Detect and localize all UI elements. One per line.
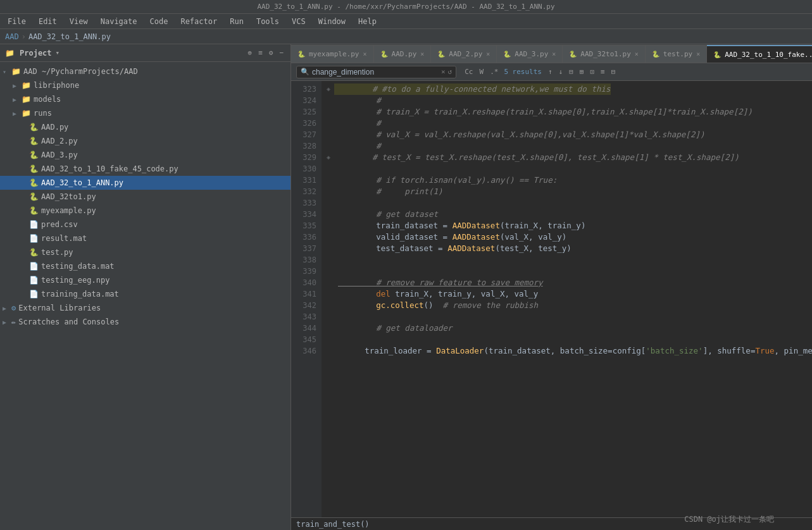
tab-icon-testpy: 🐍	[652, 51, 659, 58]
tree-item-testing-data[interactable]: ▶ 📄 testing_data.mat	[0, 259, 290, 273]
code-line-339	[327, 266, 807, 277]
sidebar-locate-btn[interactable]: ⊕	[246, 48, 254, 58]
tab-aad-ann[interactable]: 🐍 AAD_32_to_1_10_fake... ×	[707, 45, 812, 63]
watermark: CSDN @oj让我卡过一条吧	[684, 514, 774, 525]
sidebar-settings-btn[interactable]: ⚙	[267, 48, 275, 58]
py-icon-aad-ann: 🐍	[29, 178, 39, 187]
tab-icon-myexample: 🐍	[297, 51, 305, 58]
code-line-331: # if torch.isnan(val_y).any() == True:	[327, 175, 807, 186]
search-pin-btn[interactable]: ≡	[598, 67, 608, 77]
breadcrumb-separator: ›	[22, 32, 26, 41]
code-346: train_loader = DataLoader(train_dataset,…	[327, 345, 812, 357]
tab-myexample[interactable]: 🐍 myexample.py ×	[291, 45, 374, 63]
code-editor: 323 324 325 326 327 328 329 330 331 332 …	[291, 81, 812, 517]
search-regex-btn[interactable]: .*	[488, 67, 500, 77]
code-content[interactable]: ◈ # #to do a fully-connected network,we …	[322, 81, 812, 517]
menu-navigate[interactable]: Navigate	[98, 16, 140, 27]
project-folder-icon: 📁	[5, 49, 15, 58]
menu-file[interactable]: File	[5, 16, 28, 27]
tree-item-aad-root[interactable]: ▾ 📁 AAD ~/PycharmProjects/AAD	[0, 65, 290, 78]
tab-aad32to1[interactable]: 🐍 AAD_32to1.py ×	[563, 45, 646, 63]
func-text: train_and_test()	[296, 520, 370, 529]
code-line-326: #	[327, 118, 807, 129]
search-regex-icon[interactable]: ↺	[448, 68, 453, 76]
sidebar-collapse-btn[interactable]: ≡	[256, 48, 265, 58]
tab-testpy[interactable]: 🐍 test.py ×	[646, 45, 707, 63]
py-icon-test: 🐍	[29, 248, 39, 257]
tree-item-testing-eeg[interactable]: ▶ 📄 testing_eeg.npy	[0, 273, 290, 287]
code-line-341: del train_X, train_y, val_X, val_y	[327, 288, 807, 300]
breadcrumb-root[interactable]: AAD	[5, 32, 19, 41]
tab-close-aad2[interactable]: ×	[486, 51, 490, 58]
code-line-342: gc.collect() # remove the rubbish	[327, 300, 807, 311]
sidebar: 📁 Project ▾ ⊕ ≡ ⚙ − ▾ 📁 AAD ~/PycharmPro…	[0, 44, 291, 530]
breadcrumb: AAD › AAD_32_to_1_ANN.py	[0, 29, 812, 44]
tab-icon-aad3: 🐍	[503, 51, 511, 58]
tab-close-aad[interactable]: ×	[420, 51, 424, 58]
tree-item-aad3-py[interactable]: ▶ 🐍 AAD_3.py	[0, 148, 290, 162]
tree-item-myexample[interactable]: ▶ 🐍 myexample.py	[0, 204, 290, 218]
search-next-btn[interactable]: ↓	[556, 67, 566, 77]
tab-aad3[interactable]: 🐍 AAD_3.py ×	[497, 45, 563, 63]
tree-item-aad-fake[interactable]: ▶ 🐍 AAD_32_to_1_10_fake_45_code.py	[0, 162, 290, 176]
tab-close-testpy[interactable]: ×	[696, 51, 700, 58]
tree-item-test-py[interactable]: ▶ 🐍 test.py	[0, 245, 290, 259]
menu-refactor[interactable]: Refactor	[178, 16, 220, 27]
search-multi-btn[interactable]: ⊡	[587, 67, 597, 77]
menu-window[interactable]: Window	[316, 16, 348, 27]
tab-close-aad3[interactable]: ×	[552, 51, 556, 58]
code-line-334: # get dataset	[327, 209, 807, 220]
search-settings-btn[interactable]: ⊞	[577, 67, 587, 77]
tree-item-training-data[interactable]: ▶ 📄 training_data.mat	[0, 287, 290, 301]
tree-item-scratches[interactable]: ▶ ✏ Scratches and Consoles	[0, 315, 290, 329]
sidebar-dropdown-icon[interactable]: ▾	[56, 49, 60, 57]
menu-run[interactable]: Run	[227, 16, 246, 27]
search-filter-btn[interactable]: ⊟	[609, 67, 618, 77]
tree-item-models[interactable]: ▶ 📁 models	[0, 92, 290, 106]
search-input[interactable]	[312, 68, 439, 77]
code-line-345	[327, 334, 807, 345]
code-337: test_dataset = AADDataset(test_X, test_y…	[338, 243, 572, 254]
tree-item-aad32to1[interactable]: ▶ 🐍 AAD_32to1.py	[0, 190, 290, 204]
search-input-wrap[interactable]: 🔍 × ↺	[296, 66, 456, 78]
breadcrumb-file[interactable]: AAD_32_to_1_ANN.py	[28, 32, 111, 41]
py-icon-myexample: 🐍	[29, 206, 39, 215]
menu-tools[interactable]: Tools	[254, 16, 282, 27]
code-line-333	[327, 197, 807, 209]
lib-icon-ext: ⚙	[11, 304, 16, 312]
menu-code[interactable]: Code	[147, 16, 171, 27]
menu-help[interactable]: Help	[356, 16, 379, 27]
tree-item-pred-csv[interactable]: ▶ 📄 pred.csv	[0, 218, 290, 231]
tab-aad[interactable]: 🐍 AAD.py ×	[374, 45, 432, 63]
code-line-335: train_dataset = AADDataset(train_X, trai…	[327, 220, 807, 231]
tree-label-aad-ann: AAD_32_to_1_ANN.py	[41, 178, 123, 187]
py-icon-aad: 🐍	[29, 123, 39, 132]
sidebar-minimize-btn[interactable]: −	[277, 48, 285, 58]
tree-item-aad-ann[interactable]: ▶ 🐍 AAD_32_to_1_ANN.py	[0, 176, 290, 190]
tree-label-scratches: Scratches and Consoles	[18, 317, 119, 326]
menu-edit[interactable]: Edit	[36, 16, 59, 27]
file-icon-pred: 📄	[29, 220, 39, 229]
search-clear-icon[interactable]: ×	[441, 68, 446, 76]
tree-label-testing-eeg: testing_eeg.npy	[41, 276, 109, 285]
tree-item-ext-libs[interactable]: ▶ ⚙ External Libraries	[0, 301, 290, 315]
tab-aad2[interactable]: 🐍 AAD_2.py ×	[431, 45, 497, 63]
menu-view[interactable]: View	[67, 16, 91, 27]
tree-item-runs[interactable]: ▶ 📁 runs	[0, 106, 290, 120]
tree-item-libriphone[interactable]: ▶ 📁 libriphone	[0, 78, 290, 92]
search-word-btn[interactable]: W	[478, 67, 486, 77]
search-case-btn[interactable]: Cc	[463, 67, 475, 77]
tree-item-aad-py[interactable]: ▶ 🐍 AAD.py	[0, 120, 290, 134]
code-line-323: ◈ # #to do a fully-connected network,we …	[327, 83, 807, 95]
tab-label-aad: AAD.py	[392, 50, 417, 58]
search-prev-btn[interactable]: ↑	[546, 67, 555, 77]
code-326: #	[338, 118, 381, 129]
menu-vcs[interactable]: VCS	[289, 16, 308, 27]
search-expand-btn[interactable]: ⊟	[566, 67, 576, 77]
tree-arrow-libriphone: ▶	[13, 82, 20, 89]
tree-item-result-mat[interactable]: ▶ 📄 result.mat	[0, 231, 290, 245]
tab-close-aad32to1[interactable]: ×	[635, 51, 639, 58]
main-layout: 📁 Project ▾ ⊕ ≡ ⚙ − ▾ 📁 AAD ~/PycharmPro…	[0, 44, 812, 530]
tab-close-myexample[interactable]: ×	[363, 51, 366, 58]
tree-item-aad2-py[interactable]: ▶ 🐍 AAD_2.py	[0, 134, 290, 148]
